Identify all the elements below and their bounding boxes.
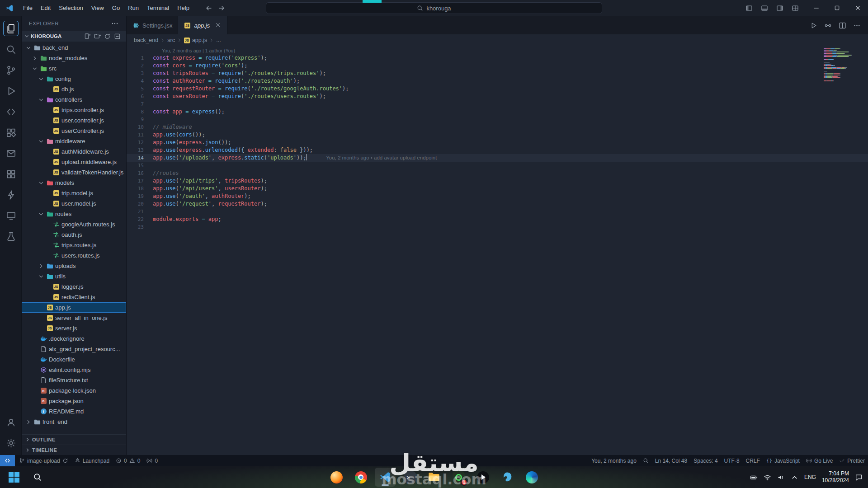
taskbar-app-file-explorer[interactable] <box>424 468 444 487</box>
tab-Settings.jsx[interactable]: Settings.jsx <box>127 16 178 34</box>
timeline-section[interactable]: TIMELINE <box>22 445 126 455</box>
file-googleAuth.routes.js[interactable]: googleAuth.routes.js <box>22 219 126 230</box>
chevron-up-icon[interactable] <box>791 474 798 481</box>
status-encoding[interactable]: UTF-8 <box>721 455 743 466</box>
activity-extensions[interactable] <box>0 122 22 143</box>
file-users.routes.js[interactable]: users.routes.js <box>22 250 126 261</box>
codelens[interactable]: You, 2 months ago | 1 author (You) <box>127 47 868 54</box>
activity-source-control[interactable] <box>0 60 22 80</box>
maximize-button[interactable] <box>826 0 847 16</box>
activity-accounts[interactable] <box>0 412 22 432</box>
refresh-explorer-button[interactable] <box>104 33 111 40</box>
activity-run-and-debug[interactable] <box>0 80 22 101</box>
file-trips.routes.js[interactable]: trips.routes.js <box>22 240 126 250</box>
taskbar-app-vscode[interactable] <box>375 468 396 487</box>
minimap[interactable] <box>824 48 863 84</box>
file-alx_grad_project_resourc...[interactable]: alx_grad_project_resourc... <box>22 344 126 354</box>
explorer-more-button[interactable] <box>111 19 119 28</box>
breadcrumb-src[interactable]: src <box>167 37 175 43</box>
open-changes-button[interactable] <box>824 22 832 29</box>
folder-back_end[interactable]: back_end <box>22 42 126 53</box>
file-.dockerignore[interactable]: .dockerignore <box>22 333 126 344</box>
file-db.js[interactable]: JSdb.js <box>22 84 126 94</box>
file-user.controller.js[interactable]: JSuser.controller.js <box>22 115 126 126</box>
menu-help[interactable]: Help <box>173 0 193 16</box>
keyboard-language[interactable]: ENG <box>804 474 816 480</box>
file-package-lock.json[interactable]: npackage-lock.json <box>22 385 126 396</box>
layout-bottom-button[interactable] <box>758 2 771 14</box>
menu-view[interactable]: View <box>87 0 108 16</box>
file-upload.middleware.js[interactable]: JSupload.middleware.js <box>22 157 126 167</box>
file-trips.controller.js[interactable]: JStrips.controller.js <box>22 105 126 115</box>
folder-front_end[interactable]: front_end <box>22 417 126 427</box>
taskbar-clock[interactable]: 7:04 PM 10/28/2024 <box>822 470 849 484</box>
taskbar-app-firefox[interactable] <box>326 468 347 487</box>
new-folder-button[interactable] <box>94 33 101 40</box>
close-button[interactable] <box>847 0 868 16</box>
activity-gitlens[interactable] <box>0 164 22 184</box>
taskbar-app-chrome[interactable] <box>350 468 371 487</box>
battery-icon[interactable] <box>750 474 758 481</box>
workspace-section-header[interactable]: KHOROUGA <box>22 31 126 42</box>
menu-edit[interactable]: Edit <box>37 0 55 16</box>
folder-src[interactable]: src <box>22 63 126 74</box>
menu-selection[interactable]: Selection <box>55 0 87 16</box>
start-button[interactable] <box>4 468 24 487</box>
menu-go[interactable]: Go <box>108 0 124 16</box>
file-README.md[interactable]: iREADME.md <box>22 406 126 417</box>
status-prettier[interactable]: Prettier <box>836 455 868 466</box>
split-editor-button[interactable] <box>839 22 846 29</box>
breadcrumb-back_end[interactable]: back_end <box>134 37 158 43</box>
minimize-button[interactable] <box>806 0 826 16</box>
file-redisClient.js[interactable]: JSredisClient.js <box>22 292 126 302</box>
menu-run[interactable]: Run <box>124 0 143 16</box>
file-package.json[interactable]: npackage.json <box>22 396 126 406</box>
status-indentation[interactable]: Spaces: 4 <box>690 455 721 466</box>
status-gitlens-blame[interactable]: You, 2 months ago <box>588 455 640 466</box>
taskbar-app-edge[interactable] <box>521 468 542 487</box>
status-go-live[interactable]: Go Live <box>803 455 836 466</box>
run-code-button[interactable] <box>810 22 817 29</box>
back-arrow-button[interactable] <box>205 5 212 12</box>
file-server_all_in_one.js[interactable]: JSserver_all_in_one.js <box>22 313 126 323</box>
status-cursor-position[interactable]: Ln 14, Col 48 <box>652 455 690 466</box>
status-ports[interactable]: 0 <box>143 455 161 466</box>
layout-grid-button[interactable] <box>788 2 802 14</box>
folder-config[interactable]: config <box>22 74 126 84</box>
breadcrumb-...[interactable]: ... <box>216 37 221 43</box>
taskbar-app-photos[interactable] <box>497 468 518 487</box>
status-problems[interactable]: 00 <box>113 455 143 466</box>
folder-uploads[interactable]: uploads <box>22 261 126 271</box>
code-editor[interactable]: You, 2 months ago | 1 author (You) 1cons… <box>127 46 868 455</box>
status-git-branch[interactable]: image-upload <box>16 455 71 466</box>
file-eslint.config.mjs[interactable]: eslint.config.mjs <box>22 365 126 375</box>
command-center-search[interactable]: khorouga <box>266 2 602 14</box>
taskbar-search-button[interactable] <box>27 468 48 487</box>
forward-arrow-button[interactable] <box>218 5 225 12</box>
file-user.model.js[interactable]: JSuser.model.js <box>22 198 126 209</box>
activity-search[interactable] <box>0 39 22 60</box>
status-commit-search[interactable] <box>640 455 652 466</box>
layout-left-button[interactable] <box>742 2 756 14</box>
folder-middleware[interactable]: middleware <box>22 136 126 146</box>
close-tab-button[interactable] <box>215 22 222 29</box>
file-fileStructure.txt[interactable]: fileStructure.txt <box>22 375 126 385</box>
folder-models[interactable]: models <box>22 178 126 188</box>
file-server.js[interactable]: JSserver.js <box>22 323 126 333</box>
collapse-folders-button[interactable] <box>114 33 121 40</box>
chat-icon[interactable] <box>855 474 863 481</box>
more-actions-button[interactable] <box>853 22 861 29</box>
volume-icon[interactable] <box>777 474 785 481</box>
layout-right-button[interactable] <box>773 2 787 14</box>
status-remote-indicator[interactable] <box>0 455 15 466</box>
outline-section[interactable]: OUTLINE <box>22 434 126 445</box>
breadcrumb-app.js[interactable]: JSapp.js <box>184 37 207 43</box>
activity-remote-explorer[interactable] <box>0 101 22 122</box>
activity-explorer[interactable] <box>0 18 22 39</box>
taskbar-app-messaging-app[interactable]: 1 <box>448 468 469 487</box>
tab-app.js[interactable]: JSapp.js <box>178 16 228 34</box>
status-eol[interactable]: CRLF <box>743 455 763 466</box>
menu-terminal[interactable]: Terminal <box>143 0 173 16</box>
wifi-icon[interactable] <box>764 474 771 481</box>
folder-utils[interactable]: utils <box>22 271 126 282</box>
